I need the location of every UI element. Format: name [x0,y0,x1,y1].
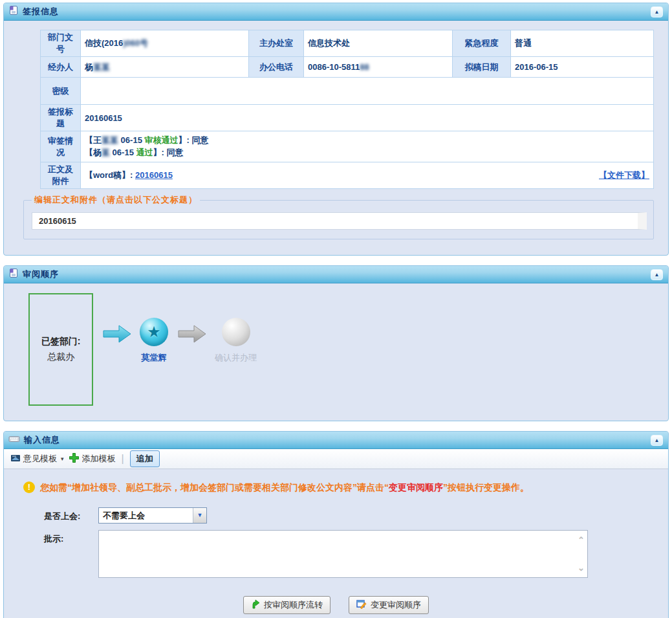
sign-info-table: 部门文号 信技(2016)060号 主办处室 信息技术处 紧急程度 普通 经办人… [40,30,654,189]
sign-info-body: 部门文号 信技(2016)060号 主办处室 信息技术处 紧急程度 普通 经办人… [4,21,668,255]
review-order-panel: 审阅顺序 ▲ 已签部门: 总裁办 ★ 莫堂辉 确认并办理 [3,265,669,421]
draft-date-value: 2016-06-15 [511,57,654,78]
input-info-panel: 输入信息 ▲ 意见模板 ▾ 添加模板 | 追加 ! 您如需“增加社领导 [3,431,669,618]
append-button[interactable]: 追加 [130,450,160,467]
collapse-icon[interactable]: ▲ [651,435,663,446]
table-row: 经办人 杨某某 办公电话 0086-10-581188 拟稿日期 2016-06… [41,57,654,78]
warning-highlight: 变更审阅顺序 [389,482,443,492]
action-buttons: 按审阅顺序流转 变更审阅顺序 [4,596,668,614]
draft-date-label: 拟稿日期 [453,57,511,78]
signed-dept-box: 已签部门: 总裁办 [28,293,93,406]
urgency-label: 紧急程度 [453,30,511,57]
change-review-order-button[interactable]: 变更审阅顺序 [349,596,429,614]
word-doc-link[interactable]: 20160615 [135,170,173,180]
page: 签报信息 ▲ 部门文号 信技(2016)060号 主办处室 信息技术处 紧急程度… [0,0,672,618]
edit-window-icon [356,599,367,611]
table-row: 审签情况 【王某某 06-15 审核通过】: 同意 【杨某 06-15 通过】:… [41,131,654,162]
host-office-label: 主办处室 [249,30,304,57]
report-title-value: 20160615 [81,105,654,131]
warning-message: ! 您如需“增加社领导、副总工批示，增加会签部门或需要相关部门修改公文内容”请点… [4,469,668,498]
table-row: 正文及附件 【word稿】: 20160615 【文件下载】 [41,162,654,189]
meeting-select[interactable]: 不需要上会 ▼ [98,507,207,524]
comment-row: 批示: ⌃ ⌄ [44,530,668,580]
secrecy-label: 密级 [41,78,81,105]
comment-label: 批示: [44,530,98,545]
input-form: 是否上会: 不需要上会 ▼ 批示: ⌃ ⌄ [4,507,668,580]
comment-field-wrap: ⌃ ⌄ [98,530,588,580]
chevron-down-icon[interactable]: ▼ [193,508,206,523]
document-icon [8,5,19,18]
opinion-template-label: 意见模板 [23,453,57,465]
flow-by-order-button[interactable]: 按审阅顺序流转 [243,596,331,614]
change-review-order-label: 变更审阅顺序 [371,599,421,611]
flow-step-confirm: 确认并办理 [215,318,257,364]
sign-info-header: 签报信息 ▲ [4,3,668,21]
reviewer-user-icon: ★ [140,318,168,346]
panel-title: 签报信息 [23,6,59,17]
redacted-text: 某 [102,148,110,157]
signed-dept-label: 已签部门: [41,336,81,348]
green-arrow-icon [251,599,260,611]
handler-value: 杨某某 [81,57,249,78]
file-download-link[interactable]: 【文件下载】 [599,170,649,181]
doc-title-item[interactable]: 20160615 [32,212,647,230]
office-phone-label: 办公电话 [249,57,304,78]
audit-line-2: 【杨某 06-15 通过】: 同意 [85,147,649,159]
edit-attachment-fieldset: 编辑正文和附件（请点击以下公文标题） 20160615 [23,194,654,239]
meeting-row: 是否上会: 不需要上会 ▼ [44,507,668,524]
audit-line-1: 【王某某 06-15 审核通过】: 同意 [85,135,649,147]
audit-status: 通过 [136,148,153,157]
flow-by-order-label: 按审阅顺序流转 [264,599,323,611]
sign-info-panel: 签报信息 ▲ 部门文号 信技(2016)060号 主办处室 信息技术处 紧急程度… [3,3,669,256]
star-icon: ★ [147,323,161,341]
host-office-value: 信息技术处 [304,30,453,57]
dept-doc-no-label: 部门文号 [41,30,81,57]
reviewer-name: 莫堂辉 [142,352,167,364]
input-toolbar: 意见模板 ▾ 添加模板 | 追加 [4,449,668,469]
signed-dept-value: 总裁办 [47,351,74,363]
panel-title: 审阅顺序 [23,269,59,280]
edit-attachment-legend: 编辑正文和附件（请点击以下公文标题） [32,194,200,206]
report-title-label: 签报标题 [41,105,81,131]
collapse-icon[interactable]: ▲ [651,6,663,17]
dept-doc-no-value: 信技(2016)060号 [81,30,249,57]
input-info-body: 意见模板 ▾ 添加模板 | 追加 ! 您如需“增加社领导、副总工批示，增加会签部… [4,449,668,618]
collapse-icon[interactable]: ▲ [651,269,663,280]
meeting-select-value: 不需要上会 [99,508,193,523]
plus-icon [69,452,80,465]
redacted-text: )060号 [123,38,148,48]
table-row: 部门文号 信技(2016)060号 主办处室 信息技术处 紧急程度 普通 [41,30,654,57]
comment-textarea[interactable] [98,530,588,578]
review-order-header: 审阅顺序 ▲ [4,266,668,283]
flow-arrow-icon-pending [177,324,207,346]
flow-step-reviewer[interactable]: ★ 莫堂辉 [140,318,168,364]
audit-label: 审签情况 [41,131,81,162]
toolbar-separator: | [122,453,124,465]
review-order-body: 已签部门: 总裁办 ★ 莫堂辉 确认并办理 [4,283,668,421]
document-icon [8,268,19,281]
table-row: 签报标题 20160615 [41,105,654,131]
add-template-button[interactable]: 添加模板 [69,452,116,465]
secrecy-value [81,78,654,105]
add-template-label: 添加模板 [82,453,116,465]
panel-title: 输入信息 [24,434,60,446]
input-info-header: 输入信息 ▲ [4,432,668,449]
office-phone-value: 0086-10-581188 [304,57,453,78]
redacted-text: 某某 [93,62,110,72]
meeting-label: 是否上会: [44,507,98,522]
redacted-text: 88 [360,62,369,72]
attachment-value: 【word稿】: 20160615 【文件下载】 [81,162,654,189]
keyboard-icon [8,434,20,447]
attachment-label: 正文及附件 [41,162,81,189]
table-row: 密级 [41,78,654,105]
audit-status: 审核通过 [144,135,178,145]
redacted-text: 某某 [102,135,118,145]
pending-step-label: 确认并办理 [215,352,257,364]
opinion-template-menu[interactable]: 意见模板 ▾ [10,453,64,465]
handler-label: 经办人 [41,57,81,78]
audit-value: 【王某某 06-15 审核通过】: 同意 【杨某 06-15 通过】: 同意 [81,131,654,162]
warning-icon: ! [23,481,35,493]
note-icon [10,453,21,465]
pending-step-icon [222,318,250,346]
chevron-down-icon: ▾ [61,456,64,462]
